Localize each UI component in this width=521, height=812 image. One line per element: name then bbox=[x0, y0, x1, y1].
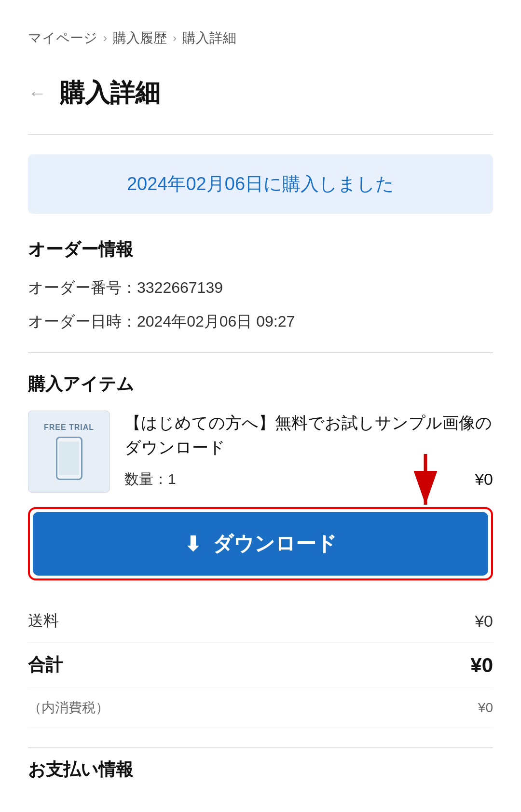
breadcrumb-item-detail: 購入詳細 bbox=[182, 29, 236, 47]
tax-row: （内消費税） ¥0 bbox=[28, 688, 493, 728]
item-price: ¥0 bbox=[475, 470, 493, 489]
item-details: 【はじめての方へ】無料でお試しサンプル画像のダウンロード 数量：1 ¥0 bbox=[124, 411, 493, 489]
order-number-value: 3322667139 bbox=[137, 279, 223, 296]
tax-label: （内消費税） bbox=[28, 699, 109, 717]
total-row: 合計 ¥0 bbox=[28, 643, 493, 688]
order-date-row: オーダー日時：2024年02月06日 09:27 bbox=[28, 310, 493, 333]
order-date-label: オーダー日時： bbox=[28, 313, 137, 330]
item-name: 【はじめての方へ】無料でお試しサンプル画像のダウンロード bbox=[124, 411, 493, 460]
download-button-wrapper: ⬇ ダウンロード bbox=[28, 507, 493, 580]
purchase-notice-text: 2024年02月06日に購入しました bbox=[127, 174, 394, 194]
breadcrumb-sep-1: › bbox=[103, 31, 107, 45]
tax-value: ¥0 bbox=[478, 700, 493, 716]
breadcrumb: マイページ › 購入履歴 › 購入詳細 bbox=[28, 29, 493, 47]
quantity-value: 1 bbox=[168, 471, 176, 487]
download-button-label: ダウンロード bbox=[213, 530, 337, 557]
breadcrumb-item-mypage[interactable]: マイページ bbox=[28, 29, 97, 47]
total-label: 合計 bbox=[28, 653, 63, 677]
shipping-value: ¥0 bbox=[475, 612, 493, 631]
purchase-notice: 2024年02月06日に購入しました bbox=[28, 154, 493, 214]
download-button-container: ⬇ ダウンロード bbox=[28, 507, 493, 580]
download-icon: ⬇ bbox=[184, 532, 201, 556]
breadcrumb-sep-2: › bbox=[173, 31, 177, 45]
quantity-label: 数量： bbox=[124, 471, 168, 487]
page-header: ← 購入詳細 bbox=[28, 76, 493, 110]
divider-top bbox=[28, 134, 493, 135]
item-quantity-price: 数量：1 ¥0 bbox=[124, 469, 493, 489]
phone-screen bbox=[59, 441, 79, 475]
item-row: FREE TRIAL 【はじめての方へ】無料でお試しサンプル画像のダウンロード … bbox=[28, 411, 493, 493]
order-info-section: オーダー情報 オーダー番号：3322667139 オーダー日時：2024年02月… bbox=[28, 238, 493, 333]
order-number-label: オーダー番号： bbox=[28, 279, 137, 296]
order-info-title: オーダー情報 bbox=[28, 238, 493, 261]
shipping-label: 送料 bbox=[28, 610, 59, 632]
download-button[interactable]: ⬇ ダウンロード bbox=[33, 512, 488, 576]
purchase-items-section: 購入アイテム FREE TRIAL 【はじめての方へ】無料でお試しサンプル画像の… bbox=[28, 372, 493, 728]
free-trial-label: FREE TRIAL bbox=[44, 423, 94, 432]
purchase-items-title: 購入アイテム bbox=[28, 372, 493, 396]
total-value: ¥0 bbox=[470, 654, 493, 677]
item-thumbnail: FREE TRIAL bbox=[28, 411, 110, 493]
back-arrow-icon[interactable]: ← bbox=[28, 84, 46, 102]
phone-icon bbox=[56, 437, 82, 480]
divider-mid bbox=[28, 352, 493, 353]
page-title: 購入詳細 bbox=[60, 76, 160, 110]
item-quantity: 数量：1 bbox=[124, 469, 176, 489]
order-number-row: オーダー番号：3322667139 bbox=[28, 276, 493, 299]
order-date-value: 2024年02月06日 09:27 bbox=[137, 313, 295, 330]
breadcrumb-item-history[interactable]: 購入履歴 bbox=[113, 29, 167, 47]
shipping-row: 送料 ¥0 bbox=[28, 600, 493, 643]
payment-section-title: お支払い情報 bbox=[28, 747, 493, 782]
